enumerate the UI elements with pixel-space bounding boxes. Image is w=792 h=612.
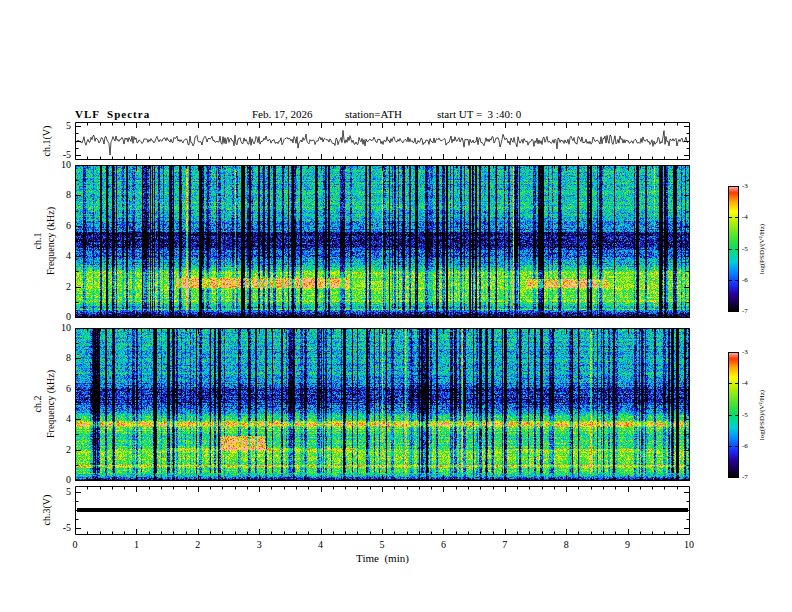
y-tick-label: 0 [41,474,71,485]
ch1-spectrogram-axis-label-line2: Frequency (kHz) [45,207,56,275]
x-tick-label: 10 [684,539,694,550]
colorbar-tick-label: -6 [742,276,748,284]
x-tick-label: 9 [625,539,630,550]
y-tick-label: 2 [41,281,71,292]
x-tick-label: 2 [195,539,200,550]
x-tick-label: 0 [73,539,78,550]
ch1-spectrogram-axis-label-line1: ch.1 [32,233,43,250]
y-tick-label: 4 [41,413,71,424]
vlf-spectra-figure: VLF Spectra Feb. 17, 2026 station=ATH st… [0,0,792,612]
colorbar-tick-label: -6 [742,442,748,450]
colorbar1-label: log(PSD)/(V²/Hz) [758,224,766,274]
y-tick-label: 8 [41,352,71,363]
colorbar-ch2 [728,352,739,478]
figure-title: VLF Spectra [75,108,150,120]
colorbar-tick-label: -3 [742,348,748,356]
colorbar-ch1 [728,186,739,312]
colorbar-tick-label: -4 [742,213,748,221]
y-tick-label: 8 [41,189,71,200]
colorbar-tick-label: -4 [742,379,748,387]
y-tick-label: 10 [41,322,71,333]
y-tick-label: 5 [41,120,71,131]
colorbar-tick-label: -5 [742,245,748,253]
figure-station: station=ATH [345,108,402,120]
y-tick-label: 0 [41,311,71,322]
colorbar2-label: log(PSD)/(V²/Hz) [758,390,766,440]
y-tick-label: 6 [41,220,71,231]
x-tick-label: 7 [502,539,507,550]
y-tick-label: 2 [41,444,71,455]
colorbar-tick-label: -3 [742,182,748,190]
ch3-voltage-canvas [75,486,690,535]
y-tick-label: 5 [41,486,71,497]
colorbar-tick-label: -5 [742,411,748,419]
ch1-spectrogram-canvas [75,165,690,318]
ch2-spectrogram-axis-label-line2: Frequency (kHz) [45,370,56,438]
y-tick-label: -5 [41,149,71,160]
ch1-voltage-waveform-canvas [75,122,690,160]
x-axis-label: Time (min) [75,552,690,564]
y-tick-label: 10 [41,159,71,170]
x-tick-label: 6 [441,539,446,550]
x-tick-label: 8 [564,539,569,550]
ch3-voltage-axis-label: ch.3(V) [41,495,52,526]
x-tick-label: 3 [257,539,262,550]
figure-start-ut: start UT = 3 :40: 0 [437,108,521,120]
colorbar-tick-label: -7 [742,473,748,481]
colorbar-tick-label: -7 [742,307,748,315]
x-tick-label: 5 [380,539,385,550]
figure-date: Feb. 17, 2026 [252,108,313,120]
y-tick-label: 4 [41,250,71,261]
x-tick-label: 1 [134,539,139,550]
y-tick-label: 6 [41,383,71,394]
ch2-spectrogram-axis-label-line1: ch.2 [32,396,43,413]
y-tick-label: -5 [41,522,71,533]
ch2-spectrogram-canvas [75,328,690,481]
x-tick-label: 4 [318,539,323,550]
